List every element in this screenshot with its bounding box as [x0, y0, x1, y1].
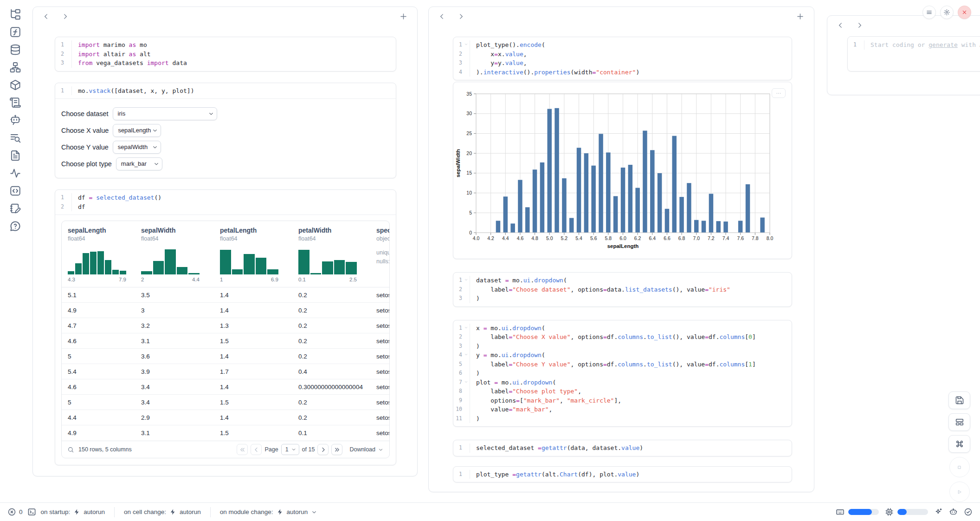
generate-with-ai-link[interactable]: generate	[928, 41, 958, 48]
sidebar-item-activity[interactable]	[9, 167, 21, 179]
sidebar-item-help[interactable]	[9, 220, 21, 232]
table-cell: 3.4	[141, 384, 220, 391]
sidebar-item-database[interactable]	[9, 44, 21, 56]
terminal-button[interactable]	[27, 508, 36, 516]
sidebar-item-function-square[interactable]	[9, 26, 21, 38]
table-row[interactable]: 53.61.40.2setosa	[62, 349, 389, 364]
fold-icon[interactable]	[464, 42, 468, 46]
table-row[interactable]: 5.13.51.40.2setosa	[62, 287, 389, 303]
sidebar-item-file-tree[interactable]	[9, 8, 21, 20]
choose-x-value-select[interactable]: sepalLength	[113, 124, 161, 137]
next-page-button[interactable]	[317, 444, 329, 455]
ai-chat-button[interactable]	[949, 508, 958, 516]
table-cell: setosa	[376, 338, 390, 345]
column-header-sepalLength[interactable]: sepalLengthfloat644.37.9	[68, 227, 141, 282]
empty-code-cell[interactable]: 1 Start coding or generate with AI	[847, 36, 980, 72]
connection-status-button[interactable]	[964, 508, 973, 516]
save-button[interactable]	[948, 391, 970, 409]
column-move-right-button[interactable]	[856, 21, 864, 29]
code-editor[interactable]: 1plot_type().encode(2 x=x.value,3 y=y.va…	[453, 37, 792, 80]
choose-dataset-select[interactable]: iris	[113, 107, 217, 120]
code-cell-imports[interactable]: 1import marimo as mo2import altair as al…	[55, 37, 396, 72]
sidebar-item-log-search[interactable]	[9, 132, 21, 144]
code-editor[interactable]: 1selected_dataset =getattr(data, dataset…	[453, 440, 792, 456]
page-number-select[interactable]: 1	[281, 444, 299, 455]
plus-icon	[399, 12, 408, 21]
table-row[interactable]: 4.93.11.50.1setosa	[62, 425, 389, 441]
add-cell-button[interactable]	[796, 12, 805, 21]
last-page-button[interactable]	[331, 444, 342, 455]
column-move-right-button[interactable]	[457, 13, 465, 20]
error-count: 0	[19, 508, 23, 515]
on-startup-setting[interactable]: on startup: autorun	[41, 508, 105, 515]
errors-button[interactable]: 0	[7, 508, 23, 516]
shutdown-button[interactable]	[958, 6, 971, 19]
column-2-header	[429, 7, 814, 26]
sidebar-item-package[interactable]	[9, 79, 21, 91]
table-row[interactable]: 4.73.21.30.2setosa	[62, 318, 389, 333]
code-cell-dataframe[interactable]: 1df = selected_dataset()2df sepalLengthf…	[55, 189, 396, 465]
settings-button[interactable]	[940, 6, 954, 19]
column-header-species[interactable]: speciesobjectunique:nulls:	[376, 227, 390, 282]
download-button[interactable]: Download	[349, 446, 384, 453]
sidebar-item-code-block[interactable]	[9, 185, 21, 197]
sidebar-item-dependency-graph[interactable]	[9, 61, 21, 73]
menu-icon	[926, 9, 933, 16]
code-editor[interactable]: 1df = selected_dataset()2df	[55, 190, 396, 215]
code-cell-xy-plot-dropdowns[interactable]: 1x = mo.ui.dropdown(2 label="Choose X va…	[453, 320, 792, 427]
code-editor[interactable]: 1plot_type =getattr(alt.Chart(df), plot.…	[453, 467, 792, 482]
choose-y-value-select[interactable]: sepalWidth	[113, 141, 161, 154]
code-cell-plot-encode[interactable]: 1plot_type().encode(2 x=x.value,3 y=y.va…	[453, 37, 792, 80]
code-editor[interactable]: 1x = mo.ui.dropdown(2 label="Choose X va…	[453, 320, 792, 427]
fold-icon[interactable]	[464, 352, 468, 357]
table-cell: 3.9	[141, 368, 220, 375]
previous-page-button[interactable]	[251, 444, 262, 455]
table-row[interactable]: 4.63.11.50.2setosa	[62, 333, 389, 349]
column-move-right-button[interactable]	[61, 13, 69, 20]
table-row[interactable]: 5.43.91.70.4setosa	[62, 364, 389, 379]
column-header-sepalWidth[interactable]: sepalWidthfloat6424.4	[141, 227, 220, 282]
on-module-change-setting[interactable]: on module change: autorun	[220, 508, 318, 515]
stop-button[interactable]	[949, 457, 970, 477]
table-row[interactable]: 53.41.50.2setosa	[62, 395, 389, 410]
choose-plot-type-select[interactable]: mark_bar	[116, 157, 162, 170]
sidebar-item-scroll[interactable]	[9, 97, 21, 109]
first-page-button[interactable]	[237, 444, 248, 455]
table-row[interactable]: 4.42.91.40.2setosa	[62, 410, 389, 425]
column-move-left-button[interactable]	[42, 13, 50, 20]
table-row[interactable]: 4.931.40.2setosa	[62, 303, 389, 318]
code-cell-dataset-dropdown[interactable]: 1dataset = mo.ui.dropdown(2 label="Choos…	[453, 272, 792, 307]
command-palette-button[interactable]	[948, 435, 970, 453]
chevron-right-icon	[320, 446, 327, 453]
code-cell-vstack[interactable]: 1mo.vstack([dataset, x, y, plot]) Choose…	[55, 83, 396, 179]
on-cell-change-setting[interactable]: on cell change: autorun	[124, 508, 201, 515]
cpu-meter[interactable]	[885, 508, 928, 516]
fold-icon[interactable]	[464, 278, 468, 282]
code-editor[interactable]: 1dataset = mo.ui.dropdown(2 label="Choos…	[453, 273, 792, 306]
sidebar-item-scratchpad[interactable]	[9, 202, 21, 215]
fold-icon[interactable]	[464, 380, 468, 384]
code-cell-selected-dataset[interactable]: 1selected_dataset =getattr(data, dataset…	[453, 440, 792, 456]
run-button[interactable]	[949, 482, 970, 502]
layout-icon	[955, 417, 964, 427]
layout-button[interactable]	[948, 413, 970, 431]
code-editor[interactable]: 1mo.vstack([dataset, x, y, plot])	[55, 83, 396, 99]
keyboard-meter[interactable]	[836, 508, 879, 516]
search-icon[interactable]	[67, 446, 74, 453]
sidebar-item-chat-bot[interactable]	[9, 114, 21, 126]
code-cell-plot-type[interactable]: 1plot_type =getattr(alt.Chart(df), plot.…	[453, 466, 792, 483]
menu-button[interactable]	[922, 6, 936, 19]
column-header-petalWidth[interactable]: petalWidthfloat640.12.5	[298, 227, 376, 282]
add-cell-button[interactable]	[399, 12, 408, 21]
table-cell: 3.5	[141, 292, 220, 299]
sidebar-item-snippets[interactable]	[9, 150, 21, 162]
ai-assist-button[interactable]	[934, 508, 943, 516]
table-row[interactable]: 4.63.41.40.30000000000000004setosa	[62, 379, 389, 395]
column-move-left-button[interactable]	[438, 13, 446, 20]
code-editor[interactable]: 1import marimo as mo2import altair as al…	[55, 37, 396, 71]
fold-icon[interactable]	[464, 326, 468, 330]
chart-menu-button[interactable]	[772, 88, 786, 98]
column-move-left-button[interactable]	[837, 21, 845, 29]
code-block-icon	[9, 185, 21, 197]
column-header-petalLength[interactable]: petalLengthfloat6416.9	[220, 227, 298, 282]
